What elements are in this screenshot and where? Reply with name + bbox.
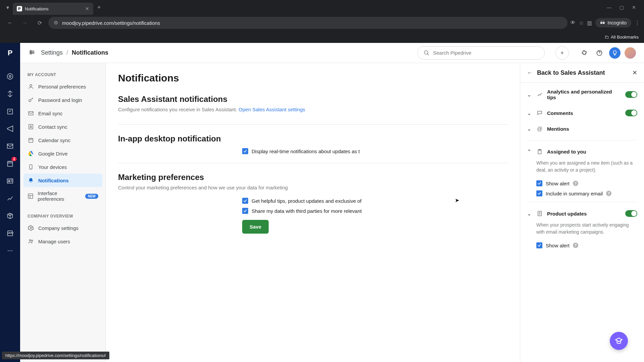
save-button[interactable]: Save — [242, 220, 269, 234]
doc-icon — [536, 210, 543, 217]
bell-icon — [28, 177, 34, 184]
chevron-down-icon[interactable]: ⌄ — [527, 92, 532, 98]
panel-check-summary-email[interactable]: Include in summary email ? — [520, 188, 644, 198]
open-sales-assistant-link[interactable]: Open Sales Assistant settings — [238, 107, 305, 112]
incognito-badge[interactable]: 🕶 Incognito — [595, 18, 631, 27]
nav-password-login[interactable]: Password and login — [23, 93, 102, 107]
nav-google-drive[interactable]: Google Drive — [23, 147, 102, 160]
browser-menu-icon[interactable]: ⋮ — [635, 20, 640, 26]
rail-contacts-icon[interactable] — [4, 175, 16, 187]
checkbox-checked-icon[interactable] — [242, 148, 248, 154]
rail-marketplace-icon[interactable] — [4, 227, 16, 239]
panel-check-show-alert[interactable]: Show alert ? — [520, 178, 644, 188]
svg-point-9 — [11, 250, 12, 251]
tracking-icon[interactable]: 👁 — [570, 20, 576, 26]
help-icon[interactable]: ? — [573, 243, 578, 248]
svg-rect-17 — [29, 138, 33, 142]
breadcrumb-current: Notifications — [72, 49, 108, 56]
comment-icon — [536, 110, 543, 116]
academy-fab[interactable] — [610, 332, 628, 350]
nav-interface-preferences[interactable]: Interface preferencesNEW — [23, 187, 102, 205]
new-tab-button[interactable]: + — [93, 4, 105, 11]
toggle-on[interactable] — [625, 210, 637, 217]
checkbox-checked-icon[interactable] — [536, 242, 542, 248]
rail-more-icon[interactable] — [4, 245, 16, 257]
panel-close-icon[interactable]: ✕ — [632, 69, 637, 76]
clipboard-icon — [536, 149, 543, 155]
help-icon[interactable]: ? — [573, 181, 578, 186]
nav-company-settings[interactable]: Company settings — [23, 221, 102, 235]
check-realtime-notifications[interactable]: Display real-time notifications about up… — [118, 146, 508, 156]
toggle-on[interactable] — [625, 91, 637, 98]
search-icon — [424, 50, 430, 56]
chevron-down-icon[interactable]: ⌄ — [527, 210, 532, 217]
extensions-icon[interactable] — [578, 47, 590, 59]
rail-leads-icon[interactable] — [4, 70, 16, 82]
help-icon[interactable]: ? — [606, 191, 611, 196]
site-settings-icon[interactable]: ⚙ — [54, 20, 58, 26]
close-tab-icon[interactable]: ✕ — [85, 6, 89, 11]
rail-deals-icon[interactable] — [4, 88, 16, 100]
rail-activities-icon[interactable]: 2 — [4, 158, 16, 170]
panel-back-icon[interactable]: ← — [527, 70, 532, 76]
rail-insights-icon[interactable] — [4, 192, 16, 204]
pipedrive-logo-icon[interactable]: P — [4, 47, 16, 59]
rail-products-icon[interactable] — [4, 210, 16, 222]
nav-calendar-sync[interactable]: Calendar sync — [23, 133, 102, 147]
svg-rect-19 — [28, 194, 33, 198]
check-share-data[interactable]: Share my data with third parties for mor… — [118, 206, 508, 216]
svg-point-10 — [424, 51, 428, 54]
rail-projects-icon[interactable] — [4, 105, 16, 117]
chevron-down-icon[interactable]: ⌄ — [527, 126, 532, 132]
all-bookmarks-button[interactable]: 🗀 All Bookmarks — [604, 35, 639, 40]
nav-contact-sync[interactable]: Contact sync — [23, 120, 102, 133]
forward-button[interactable]: → — [19, 17, 31, 29]
bookmark-star-icon[interactable]: ☆ — [579, 20, 584, 26]
checkbox-checked-icon[interactable] — [242, 208, 248, 214]
checkbox-checked-icon[interactable] — [536, 190, 542, 196]
back-button[interactable]: ← — [4, 17, 16, 29]
panel-check-show-alert-2[interactable]: Show alert ? — [520, 240, 644, 250]
device-icon — [28, 164, 34, 170]
nav-manage-users[interactable]: Manage users — [23, 235, 102, 248]
tab-dropdown[interactable]: ▾ — [3, 2, 13, 12]
checkbox-checked-icon[interactable] — [242, 198, 248, 204]
help-icon[interactable] — [594, 47, 605, 59]
search-input[interactable] — [417, 46, 545, 60]
toggle-on[interactable] — [625, 110, 637, 116]
checkbox-checked-icon[interactable] — [536, 180, 542, 186]
panel-comments-row[interactable]: ⌄ Comments — [520, 105, 644, 121]
sales-assistant-panel: ← Back to Sales Assistant ✕ ⌄ Analytics … — [520, 63, 644, 362]
avatar[interactable] — [625, 47, 636, 59]
mail-icon — [28, 110, 34, 117]
panel-analytics-row[interactable]: ⌄ Analytics and personalized tips — [520, 84, 644, 105]
side-panel-icon[interactable]: ▥ — [587, 20, 592, 26]
nav-section-account: MY ACCOUNT — [23, 70, 102, 80]
sales-assistant-icon[interactable] — [609, 47, 621, 59]
panel-assigned-row[interactable]: ⌃ Assigned to you — [520, 144, 644, 160]
quick-add-button[interactable]: + — [555, 46, 569, 60]
rail-campaigns-icon[interactable] — [4, 123, 16, 135]
chevron-down-icon[interactable]: ⌄ — [527, 110, 532, 116]
browser-tab[interactable]: P Notifications ✕ — [13, 3, 93, 15]
check-helpful-tips[interactable]: Get helpful tips, product updates and ex… — [118, 196, 508, 206]
minimize-icon[interactable]: — — [607, 5, 611, 10]
maximize-icon[interactable]: ▢ — [620, 5, 624, 10]
users-icon — [28, 238, 34, 245]
reload-button[interactable]: ⟳ — [34, 17, 46, 29]
contact-icon — [28, 123, 34, 130]
nav-personal-preferences[interactable]: Personal preferences — [23, 80, 102, 93]
breadcrumb-parent[interactable]: Settings — [41, 49, 63, 56]
nav-email-sync[interactable]: Email sync — [23, 107, 102, 120]
collapse-nav-icon[interactable] — [28, 49, 36, 57]
nav-notifications[interactable]: Notifications — [23, 174, 102, 187]
close-window-icon[interactable]: ✕ — [632, 5, 636, 10]
svg-rect-4 — [8, 162, 13, 167]
rail-badge: 2 — [11, 157, 17, 161]
nav-your-devices[interactable]: Your devices — [23, 160, 102, 174]
address-bar[interactable]: ⚙ moodjoy.pipedrive.com/settings/notific… — [48, 17, 568, 29]
panel-mentions-row[interactable]: ⌄ @ Mentions — [520, 121, 644, 137]
rail-mail-icon[interactable] — [4, 140, 16, 152]
panel-product-updates-row[interactable]: ⌄ Product updates — [520, 205, 644, 222]
chevron-up-icon[interactable]: ⌃ — [527, 148, 532, 155]
